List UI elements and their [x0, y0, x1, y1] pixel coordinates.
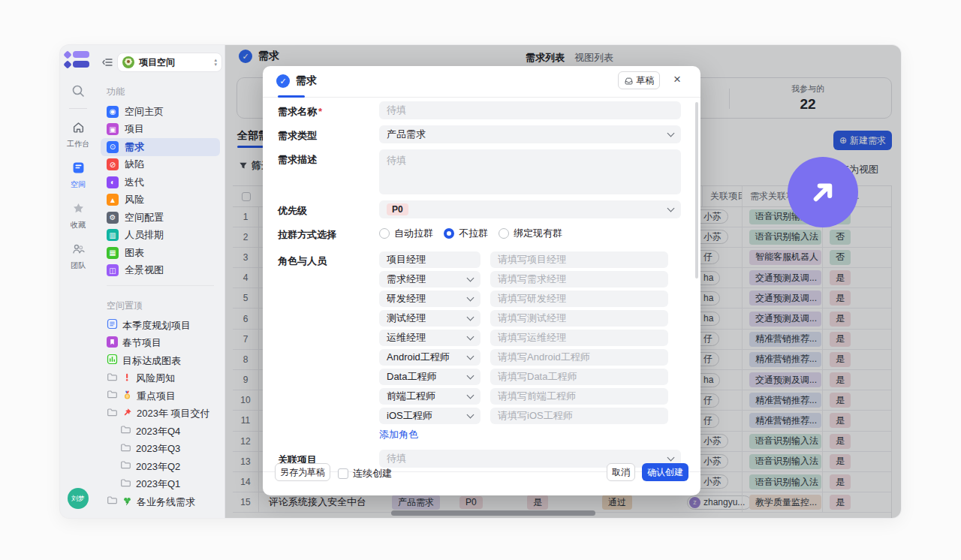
role-input-前端工程师[interactable]: 请填写前端工程师	[490, 388, 668, 405]
group-mode-radio-group: 自动拉群不拉群绑定现有群	[379, 227, 562, 240]
role-input-运维经理[interactable]: 请填写运维经理	[490, 330, 668, 346]
cancel-button[interactable]: 取消	[607, 463, 635, 481]
role-select-运维经理[interactable]: 运维经理	[379, 330, 480, 346]
pinned-item-各业务线需求[interactable]: 各业务线需求	[96, 493, 224, 511]
pinned-item-2023年 项目交付[interactable]: 2023年 项目交付	[96, 405, 224, 423]
role-placeholder: 请填写运维经理	[498, 331, 566, 345]
role-select-iOS工程师[interactable]: iOS工程师	[379, 408, 480, 424]
confirm-create-button[interactable]: 确认创建	[642, 463, 688, 481]
exclaim-icon	[122, 372, 131, 385]
type-select[interactable]: 产品需求	[379, 125, 681, 143]
sidebar-item-label: 空间配置	[125, 211, 164, 224]
pinned-item-label: 2023年Q3	[136, 442, 180, 456]
priority-select[interactable]: P0	[379, 200, 681, 218]
sidebar-item-图表[interactable]: ▦图表	[101, 244, 220, 262]
sidebar-item-需求[interactable]: ⊙需求	[101, 138, 220, 156]
rail-item-收藏[interactable]: 收藏	[60, 202, 96, 230]
sidebar-item-风险[interactable]: ▲风险	[101, 191, 220, 209]
search-icon[interactable]	[71, 84, 85, 98]
rail-divider	[69, 108, 87, 109]
checkbox-icon	[338, 468, 348, 479]
role-select-Data工程师[interactable]: Data工程师	[379, 369, 480, 385]
draft-button[interactable]: 草稿	[618, 71, 660, 89]
module-icon: ▥	[107, 229, 119, 241]
app-window: 工作台空间收藏团队 刘梦 项目空间 ▴▾ 功能 ◉空间主页▣项目⊙需求⊘缺陷◐迭…	[60, 45, 901, 518]
role-select-研发经理[interactable]: 研发经理	[379, 291, 480, 307]
sidebar-item-label: 全景视图	[125, 263, 164, 277]
radio-绑定现有群[interactable]: 绑定现有群	[499, 227, 562, 240]
role-input-需求经理[interactable]: 请填写需求经理	[490, 271, 668, 288]
role-input-测试经理[interactable]: 请填写测试经理	[490, 310, 668, 327]
pinned-item-本季度规划项目[interactable]: 本季度规划项目	[96, 317, 224, 335]
module-icon: ⚙	[107, 212, 119, 224]
name-input[interactable]: 待填	[379, 101, 681, 119]
role-select-Android工程师[interactable]: Android工程师	[379, 349, 480, 366]
role-select-需求经理[interactable]: 需求经理	[379, 271, 480, 288]
role-input-Data工程师[interactable]: 请填写Data工程师	[490, 369, 668, 385]
role-select-前端工程师[interactable]: 前端工程师	[379, 388, 480, 405]
close-icon[interactable]: ×	[668, 71, 686, 89]
pinned-item-风险周知[interactable]: 风险周知	[96, 370, 224, 388]
description-textarea[interactable]: 待填	[379, 149, 681, 194]
rail-item-团队[interactable]: 团队	[60, 242, 96, 271]
medal-icon	[122, 390, 132, 403]
radio-自动拉群[interactable]: 自动拉群	[379, 227, 433, 240]
radio-label: 自动拉群	[394, 227, 433, 240]
role-placeholder: 请填写前端工程师	[498, 390, 576, 403]
sidebar: 项目空间 ▴▾ 功能 ◉空间主页▣项目⊙需求⊘缺陷◐迭代▲风险⚙空间配置▥人员排…	[96, 45, 225, 518]
pinned-item-2023年Q4[interactable]: 2023年Q4	[96, 423, 224, 441]
add-role-link[interactable]: 添加角色	[379, 428, 418, 441]
sidebar-item-缺陷[interactable]: ⊘缺陷	[101, 156, 220, 174]
radio-不拉群[interactable]: 不拉群	[444, 227, 488, 240]
draft-tray-icon	[624, 76, 634, 86]
sidebar-item-label: 项目	[125, 122, 144, 136]
rail-item-空间[interactable]: 空间	[60, 161, 96, 190]
home-icon	[72, 121, 85, 137]
role-select-项目经理[interactable]: 项目经理	[379, 251, 480, 268]
rail-item-label: 团队	[71, 260, 86, 271]
section-label-pinned: 空间置顶	[107, 300, 224, 312]
workspace-name: 项目空间	[139, 56, 209, 69]
pinned-item-重点项目[interactable]: 重点项目	[96, 387, 224, 405]
create-requirement-modal: ✓ 需求 草稿 × 需求名称* 待填 需求类型 产品需求 需求描述 待填 优先级…	[263, 66, 700, 495]
role-input-项目经理[interactable]: 请填写项目经理	[490, 251, 668, 268]
rail-item-label: 工作台	[67, 139, 89, 149]
sidebar-item-label: 空间主页	[125, 105, 164, 119]
role-input-研发经理[interactable]: 请填写研发经理	[490, 291, 668, 307]
user-avatar[interactable]: 刘梦	[68, 488, 89, 509]
continuous-create-checkbox[interactable]: 连续创建	[338, 467, 392, 480]
pinned-item-目标达成图表[interactable]: 目标达成图表	[96, 352, 224, 370]
collapse-sidebar-icon[interactable]	[102, 57, 113, 68]
role-name: 测试经理	[387, 312, 426, 325]
sidebar-item-人员排期[interactable]: ▥人员排期	[101, 227, 220, 245]
sidebar-item-label: 迭代	[125, 176, 144, 189]
pinned-item-2023年Q2[interactable]: 2023年Q2	[96, 458, 224, 476]
chevron-down-icon	[467, 411, 474, 419]
chevron-down-icon	[467, 333, 474, 341]
pinned-item-2023年Q3[interactable]: 2023年Q3	[96, 441, 224, 459]
radio-label: 绑定现有群	[514, 227, 562, 240]
field-label-priority: 优先级	[278, 204, 307, 218]
modal-scrollbar[interactable]	[695, 102, 698, 278]
cursor-highlight-circle	[788, 157, 858, 227]
role-select-测试经理[interactable]: 测试经理	[379, 310, 480, 327]
clover-icon	[122, 495, 132, 509]
role-input-Android工程师[interactable]: 请填写Android工程师	[490, 349, 668, 366]
sidebar-item-空间配置[interactable]: ⚙空间配置	[101, 209, 220, 227]
pinned-item-label: 2023年Q2	[136, 460, 180, 474]
sidebar-item-全景视图[interactable]: ◫全景视图	[101, 262, 220, 280]
pinned-item-春节项目[interactable]: 春节项目	[96, 335, 224, 353]
workspace-switcher[interactable]: 项目空间 ▴▾	[117, 53, 222, 72]
save-as-draft-button[interactable]: 另存为草稿	[275, 463, 330, 481]
role-input-iOS工程师[interactable]: 请填写iOS工程师	[490, 408, 668, 424]
pinned-item-2023年Q1[interactable]: 2023年Q1	[96, 476, 224, 494]
role-name: 前端工程师	[387, 390, 435, 403]
sidebar-item-迭代[interactable]: ◐迭代	[101, 173, 220, 191]
sidebar-item-项目[interactable]: ▣项目	[101, 121, 220, 139]
linked-project-select[interactable]: 待填	[379, 450, 681, 468]
chevron-down-icon	[667, 454, 675, 462]
role-name: iOS工程师	[387, 409, 432, 423]
sidebar-item-空间主页[interactable]: ◉空间主页	[101, 103, 220, 121]
rail-item-工作台[interactable]: 工作台	[60, 121, 96, 149]
sidebar-item-label: 需求	[125, 140, 144, 154]
